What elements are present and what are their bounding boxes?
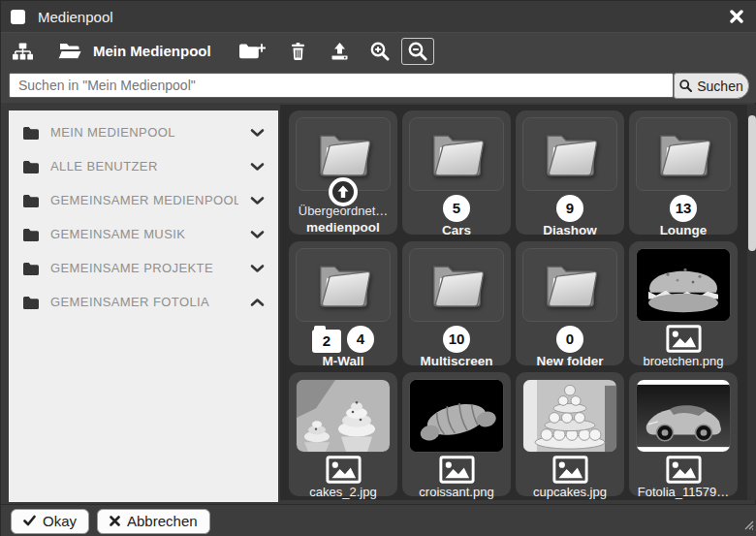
sidebar-item[interactable]: ALLE BENUTZER [9, 149, 278, 183]
sitemap-icon[interactable] [13, 43, 33, 60]
sidebar-item-label: ALLE BENUTZER [50, 159, 238, 173]
image-file-icon [326, 456, 362, 484]
tile-image[interactable]: broetchen.png [629, 241, 738, 365]
tile-folder[interactable]: 10 Multiscreen [402, 241, 511, 365]
x-icon [110, 516, 120, 526]
sidebar-item[interactable]: GEMEINSAMER FOTOLIA [9, 285, 278, 319]
sidebar-item[interactable]: GEMEINSAME PROJEKTE [9, 251, 278, 285]
chevron-up-icon [250, 298, 265, 307]
okay-button[interactable]: Okay [11, 509, 89, 534]
tile-label: M-Wall [296, 354, 391, 369]
tile-folder[interactable]: 0 New folder [516, 241, 624, 365]
media-grid-area: Übergeordnet… medienpool 5 Cars 9 Diasho… [280, 105, 747, 500]
tile-image[interactable]: Fotolia_11579… [629, 372, 738, 496]
tile-label: Cars [409, 223, 504, 238]
current-folder-label[interactable]: Mein Medienpool [93, 43, 211, 59]
folder-thumbnail [522, 117, 617, 191]
medienpool-dialog: Medienpool Mein Medienpool [0, 0, 756, 536]
item-count-badge: 13 [670, 195, 697, 222]
item-count-badge: 5 [443, 195, 470, 222]
image-file-icon [666, 456, 702, 484]
search-row: Suchen [1, 69, 756, 103]
folder-thumbnail [296, 248, 391, 322]
cancel-button-label: Abbrechen [127, 513, 198, 529]
search-button[interactable]: Suchen [674, 73, 749, 99]
tile-parent-folder[interactable]: Übergeordnet… medienpool [289, 110, 397, 235]
resize-handle[interactable] [743, 517, 754, 534]
tile-sublabel: medienpool [296, 219, 391, 236]
tile-folder[interactable]: 9 Diashow [516, 110, 624, 235]
window-title: Medienpool [38, 9, 113, 25]
folder-icon [22, 160, 39, 173]
chevron-down-icon [250, 264, 265, 273]
chevron-down-icon [250, 196, 265, 205]
folder-icon [22, 126, 39, 140]
item-count-badge: 9 [556, 195, 583, 222]
sidebar-item-label: GEMEINSAME PROJEKTE [50, 261, 238, 275]
image-thumbnail [409, 379, 504, 453]
item-count-badge: 4 [347, 326, 374, 353]
sidebar-item[interactable]: GEMEINSAMER MEDIENPOOL [9, 183, 278, 217]
sidebar-item[interactable]: MEIN MEDIENPOOL [9, 115, 278, 149]
folder-tree-sidebar: MEIN MEDIENPOOL ALLE BENUTZER GEMEINSAME… [9, 110, 278, 502]
tile-image[interactable]: cupcakes.jpg [516, 372, 624, 496]
folder-icon [22, 262, 39, 275]
item-count-badge: 0 [556, 326, 583, 353]
tile-label: croissant.png [409, 485, 504, 500]
image-thumbnail [636, 379, 731, 453]
sidebar-item-label: GEMEINSAME MUSIK [50, 227, 238, 241]
search-button-label: Suchen [697, 79, 742, 94]
subfolder-count-badge: 2 [312, 330, 341, 353]
close-button[interactable] [726, 6, 747, 27]
image-thumbnail [296, 379, 391, 453]
chevron-down-icon [250, 128, 265, 138]
tile-label: broetchen.png [636, 354, 731, 369]
tile-label: cakes_2.jpg [296, 485, 391, 500]
scrollbar-track[interactable] [747, 105, 756, 500]
folder-open-icon[interactable] [58, 43, 81, 59]
tile-image[interactable]: cakes_2.jpg [289, 372, 397, 496]
okay-button-label: Okay [43, 513, 77, 529]
arrow-up-circle-icon [329, 177, 358, 206]
search-input[interactable] [9, 73, 674, 98]
sidebar-item-label: GEMEINSAMER MEDIENPOOL [50, 193, 238, 207]
folder-thumbnail [409, 248, 504, 322]
folder-icon [22, 194, 39, 207]
title-bar: Medienpool [1, 1, 756, 32]
tile-folder[interactable]: 13 Lounge [629, 110, 738, 235]
item-count-badge: 10 [443, 326, 470, 353]
tile-image[interactable]: croissant.png [402, 372, 511, 496]
folder-icon [22, 228, 39, 241]
sidebar-item-label: GEMEINSAMER FOTOLIA [50, 295, 238, 309]
tile-folder[interactable]: 24 M-Wall [289, 241, 397, 365]
tile-label: New folder [522, 354, 617, 369]
zoom-out-icon[interactable] [401, 38, 434, 65]
tile-label: Multiscreen [409, 354, 504, 369]
toolbar: Mein Medienpool [1, 32, 756, 69]
cancel-button[interactable]: Abbrechen [97, 509, 210, 534]
tile-label: Fotolia_11579… [636, 485, 731, 500]
image-thumbnail [636, 248, 731, 322]
sidebar-item-label: MEIN MEDIENPOOL [50, 125, 238, 140]
folder-thumbnail [409, 117, 504, 191]
close-icon [729, 9, 744, 24]
sidebar-item[interactable]: GEMEINSAME MUSIK [9, 217, 278, 251]
folder-thumbnail [636, 117, 731, 191]
check-icon [23, 515, 36, 526]
chevron-down-icon [250, 230, 265, 239]
folder-thumbnail [522, 248, 617, 322]
tile-folder[interactable]: 5 Cars [402, 110, 511, 235]
tile-label: Lounge [636, 223, 731, 238]
chevron-down-icon [250, 162, 265, 172]
search-icon [679, 79, 692, 92]
window-icon [11, 10, 25, 24]
image-file-icon [666, 325, 702, 353]
image-thumbnail [522, 379, 617, 453]
folder-plus-icon[interactable] [238, 43, 266, 59]
footer-bar: Okay Abbrechen [1, 504, 756, 536]
zoom-in-icon[interactable] [370, 42, 390, 61]
upload-icon[interactable] [331, 43, 349, 60]
scrollbar-thumb[interactable] [748, 115, 756, 251]
trash-icon[interactable] [291, 43, 305, 60]
folder-icon [22, 296, 39, 309]
